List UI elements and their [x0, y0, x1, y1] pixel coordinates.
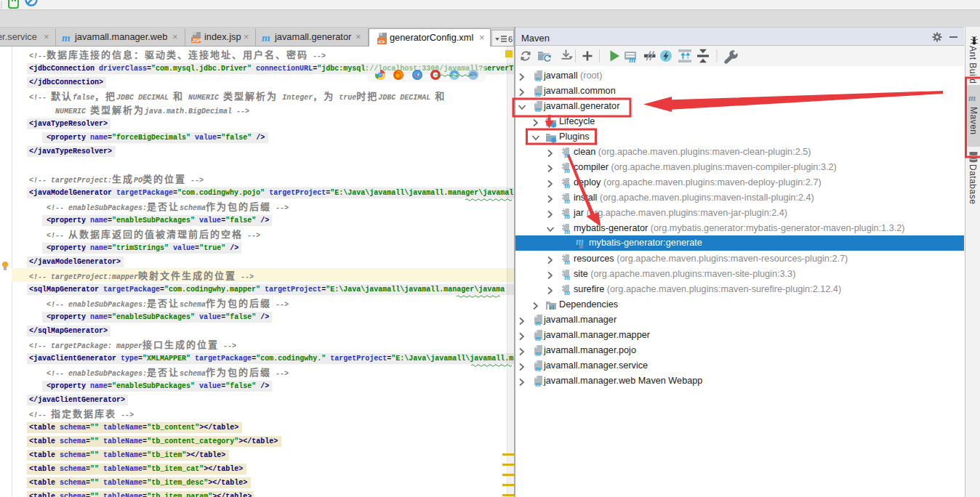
svg-text:m: m [262, 33, 270, 44]
svg-text:m: m [62, 33, 71, 44]
svg-text:m: m [968, 93, 976, 103]
svg-text:<>: <> [378, 39, 385, 45]
svg-text:6: 6 [508, 35, 513, 44]
svg-text:m: m [629, 54, 635, 65]
svg-text:JSP: JSP [192, 38, 202, 43]
